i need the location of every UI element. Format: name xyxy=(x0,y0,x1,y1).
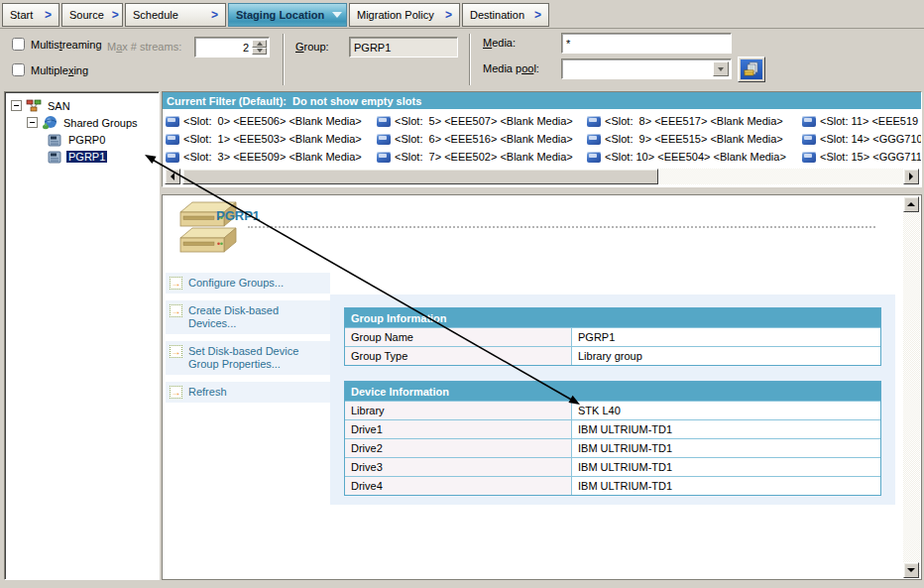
tab-schedule-label: Schedule xyxy=(133,9,178,21)
multistreaming-label: Multistreaming xyxy=(31,39,102,51)
tape-cassette-icon xyxy=(802,152,816,163)
multiplexing-checkbox[interactable] xyxy=(12,63,25,76)
tab-start-label: Start xyxy=(10,9,33,21)
slot-item[interactable]: <Slot: 7> <EEE502> <Blank Media> xyxy=(377,148,573,166)
scroll-left-button[interactable] xyxy=(165,169,180,184)
tab-staging-location[interactable]: Staging Location xyxy=(228,3,347,27)
tape-cassette-icon xyxy=(587,116,601,127)
tape-cassette-icon xyxy=(587,152,601,163)
group-information-header: Group Information xyxy=(345,308,880,327)
chevron-right-icon xyxy=(534,8,541,22)
library-group-icon xyxy=(47,132,62,148)
slot-item[interactable]: <Slot: 1> <EEE503> <Blank Media> xyxy=(166,130,362,148)
tab-start[interactable]: Start xyxy=(2,3,59,27)
tree-item-shared-groups[interactable]: Shared Groups xyxy=(7,114,157,131)
staging-wizard-window: Start Source Schedule Staging Location M… xyxy=(0,0,924,588)
scoping-tree-panel: SAN Shared Groups PGRP0 xyxy=(4,91,160,580)
current-filter-bar: Current Filter (Default): Do not show em… xyxy=(163,92,921,109)
set-device-group-properties-link[interactable]: Set Disk-based Device Group Properties..… xyxy=(166,341,330,375)
group-information-table: Group Information Group Name PGRP1 Group… xyxy=(344,307,881,366)
scroll-right-button[interactable] xyxy=(903,169,919,184)
dropdown-button[interactable] xyxy=(713,61,729,76)
slots-panel: Current Filter (Default): Do not show em… xyxy=(162,91,922,187)
refresh-link[interactable]: Refresh xyxy=(166,382,330,403)
scroll-up-button[interactable] xyxy=(903,196,919,212)
configure-groups-link[interactable]: Configure Groups... xyxy=(166,273,330,294)
arrow-down-icon xyxy=(907,568,915,572)
chevron-down-icon xyxy=(332,12,342,18)
slot-column: <Slot: 5> <EEE507> <Blank Media> <Slot: … xyxy=(377,112,573,166)
action-arrow-icon xyxy=(170,304,182,317)
group-detail-panel: PGRP1 Configure Groups... Create Disk-ba… xyxy=(162,194,922,580)
vertical-scrollbar[interactable] xyxy=(903,196,920,578)
table-row: Drive4 IBM ULTRIUM-TD1 xyxy=(345,476,880,495)
slot-item[interactable]: <Slot: 3> <EEE509> <Blank Media> xyxy=(166,148,362,166)
media-pool-icon xyxy=(741,59,762,79)
group-field[interactable] xyxy=(349,37,458,58)
tree-item-san-label: SAN xyxy=(46,100,72,112)
max-streams-stepper[interactable] xyxy=(194,37,270,58)
slot-item[interactable]: <Slot: 9> <EEE515> <Blank Media> xyxy=(587,130,786,148)
arrow-down-icon xyxy=(718,67,724,71)
horizontal-scroll-thumb[interactable] xyxy=(182,169,658,184)
tab-schedule[interactable]: Schedule xyxy=(125,3,226,27)
arrow-down-icon xyxy=(257,49,263,53)
slot-item[interactable]: <Slot: 11> <EEE519 xyxy=(802,112,922,130)
slot-item[interactable]: <Slot: 6> <EEE516> <Blank Media> xyxy=(377,130,573,148)
device-information-table: Device Information Library STK L40 Drive… xyxy=(344,381,881,496)
tab-destination[interactable]: Destination xyxy=(462,3,549,27)
slot-column: <Slot: 0> <EEE506> <Blank Media> <Slot: … xyxy=(166,112,362,166)
spinner-buttons xyxy=(252,40,267,55)
horizontal-scrollbar[interactable] xyxy=(165,169,919,184)
tape-cassette-icon xyxy=(166,116,179,127)
collapse-toggle-icon[interactable] xyxy=(11,100,22,111)
tree-item-san[interactable]: SAN xyxy=(7,97,157,114)
tape-cassette-icon xyxy=(802,134,816,145)
multiplexing-label: Multiplexing xyxy=(31,64,88,76)
table-row: Drive3 IBM ULTRIUM-TD1 xyxy=(345,457,880,476)
slot-column: <Slot: 8> <EEE517> <Blank Media> <Slot: … xyxy=(587,112,786,166)
multistreaming-row: Multistreaming xyxy=(12,38,102,51)
current-filter-text: Current Filter (Default): Do not show em… xyxy=(167,95,421,107)
tape-cassette-icon xyxy=(166,134,179,145)
slot-item[interactable]: <Slot: 15> <GGG711 xyxy=(802,148,922,166)
media-pool-select[interactable] xyxy=(561,59,732,79)
action-arrow-icon xyxy=(170,277,182,290)
slot-item[interactable]: <Slot: 14> <GGG710 xyxy=(802,130,922,148)
options-toolbar: Multistreaming Multiplexing Max # stream… xyxy=(0,29,924,91)
actions-menu: Configure Groups... Create Disk-based De… xyxy=(166,273,330,410)
spin-down-button[interactable] xyxy=(252,48,267,56)
tape-cassette-icon xyxy=(166,152,179,163)
chevron-right-icon xyxy=(112,8,119,22)
tape-cassette-icon xyxy=(377,134,391,145)
slot-column: <Slot: 11> <EEE519 <Slot: 14> <GGG710 <S… xyxy=(802,112,922,166)
slot-item[interactable]: <Slot: 10> <EEE504> <Blank Media> xyxy=(587,148,786,166)
table-row: Group Type Library group xyxy=(345,346,880,365)
slot-item[interactable]: <Slot: 8> <EEE517> <Blank Media> xyxy=(587,112,786,130)
tree-item-shared-groups-label: Shared Groups xyxy=(61,117,140,129)
tree-item-pgrp1[interactable]: PGRP1 xyxy=(7,148,157,165)
tab-source[interactable]: Source xyxy=(61,3,123,27)
tape-cassette-icon xyxy=(587,134,601,145)
spin-up-button[interactable] xyxy=(252,40,267,48)
device-information-header: Device Information xyxy=(345,382,880,401)
tree-item-pgrp1-label: PGRP1 xyxy=(66,151,107,163)
tab-migration-policy[interactable]: Migration Policy xyxy=(349,3,460,27)
multistreaming-checkbox[interactable] xyxy=(12,38,25,51)
tape-cassette-icon xyxy=(377,116,391,127)
create-disk-devices-link[interactable]: Create Disk-based Devices... xyxy=(166,300,330,334)
slot-item[interactable]: <Slot: 5> <EEE507> <Blank Media> xyxy=(377,112,573,130)
toolbar-divider xyxy=(469,34,471,85)
library-group-icon xyxy=(47,149,62,165)
tape-cassette-icon xyxy=(377,152,391,163)
table-row: Group Name PGRP1 xyxy=(345,327,880,346)
collapse-toggle-icon[interactable] xyxy=(27,117,38,128)
slot-item[interactable]: <Slot: 0> <EEE506> <Blank Media> xyxy=(166,112,362,130)
tree-item-pgrp0[interactable]: PGRP0 xyxy=(7,131,157,148)
tab-migration-policy-label: Migration Policy xyxy=(357,9,434,21)
arrow-up-icon xyxy=(257,42,263,46)
media-pool-browse-button[interactable] xyxy=(738,57,765,82)
media-input[interactable] xyxy=(561,33,732,54)
chevron-right-icon xyxy=(45,8,52,22)
scroll-down-button[interactable] xyxy=(903,562,919,578)
